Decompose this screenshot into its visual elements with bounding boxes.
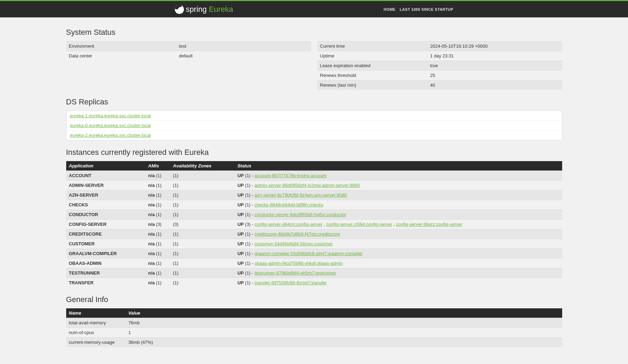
instance-row: CUSTOMERn/a (1)(1)UP (1) - customer-5449… xyxy=(66,239,562,249)
instance-link[interactable]: account-667f77478b-knqhx:account xyxy=(255,173,327,178)
instance-amis: n/a (1) xyxy=(145,278,170,288)
nav-links: HOME LAST 1000 SINCE STARTUP xyxy=(383,7,453,11)
general-info-row: total-avail-memory76mb xyxy=(66,318,562,328)
replica-item: eureka-1.eureka.eureka.svc.cluster.local xyxy=(67,111,562,121)
instance-link[interactable]: admin-server-86d9956df4-lv2mw:admin-serv… xyxy=(255,183,360,188)
instance-app-name: AZN-SERVER xyxy=(66,190,146,200)
instance-status: UP (1) - azn-server-6c79bfcfbf-6z4wn:azn… xyxy=(235,190,562,200)
instance-row: CHECKSn/a (1)(1)UP (1) - checks-8648cb64… xyxy=(66,200,562,210)
general-info-row: current-memory-usage36mb (47%) xyxy=(66,338,562,347)
instance-status: UP (1) - creditscore-6bb6b7d6b9-f47ws:cr… xyxy=(235,229,562,239)
system-status-key: Lease expiration enabled xyxy=(317,61,427,71)
instance-link[interactable]: checks-8648cb64dd-b8f8h:checks xyxy=(255,202,323,207)
system-status-key: Uptime xyxy=(317,51,427,61)
system-status-row: Renews (last min)40 xyxy=(317,80,562,90)
nav-last1000-link[interactable]: LAST 1000 SINCE STARTUP xyxy=(400,7,453,11)
instance-row: GRAALVM-COMPILERn/a (1)(1)UP (1) - graal… xyxy=(66,249,562,259)
instance-status: UP (1) - obaas-admin-f4cd75b86-vhkdl:oba… xyxy=(235,259,562,268)
instance-az: (1) xyxy=(170,171,235,181)
instance-status: UP (1) - admin-server-86d9956df4-lv2mw:a… xyxy=(235,181,562,190)
general-info-name: total-avail-memory xyxy=(66,318,126,328)
replica-item: eureka-0.eureka.eureka.svc.cluster.local xyxy=(67,121,562,130)
system-status-row: Current time2024-05-10T16:10:29 +0000 xyxy=(317,41,562,51)
general-info-row: num-of-cpus1 xyxy=(66,328,562,338)
instance-link[interactable]: conductor-server-6dcdff65b6-hqt5x:conduc… xyxy=(255,212,346,217)
instance-link[interactable]: config-server-zj584:config-server xyxy=(326,222,392,227)
col-header-amis: AMIs xyxy=(145,161,170,171)
system-status-value: default xyxy=(176,51,311,61)
nav-home-link[interactable]: HOME xyxy=(383,7,395,11)
system-status-row: Lease expiration enabledtrue xyxy=(317,61,562,71)
col-header-name: Name xyxy=(66,308,126,318)
col-header-value: Value xyxy=(125,308,562,318)
navbar: spring Eureka HOME LAST 1000 SINCE START… xyxy=(0,1,628,17)
system-status-row: Environmenttest xyxy=(66,41,311,51)
system-status-value: 40 xyxy=(427,80,562,90)
col-header-availability-zones: Availability Zones xyxy=(170,161,235,171)
instance-row: TRANSFERn/a (1)(1)UP (1) - transfer-6975… xyxy=(66,278,562,288)
instance-amis: n/a (3) xyxy=(145,220,170,229)
instance-amis: n/a (1) xyxy=(145,200,170,210)
instance-link[interactable]: obaas-admin-f4cd75b86-vhkdl:obaas-admin xyxy=(255,261,343,266)
instance-amis: n/a (1) xyxy=(145,259,170,268)
instance-az: (1) xyxy=(170,210,235,220)
instance-az: (1) xyxy=(170,249,235,259)
instance-az: (1) xyxy=(170,190,235,200)
instance-link[interactable]: config-server-l8wzz:config-server xyxy=(396,222,463,227)
instance-link[interactable]: creditscore-6bb6b7d6b9-f47ws:creditscore xyxy=(255,231,340,237)
system-status-right-table: Current time2024-05-10T16:10:29 +0000Upt… xyxy=(317,41,562,90)
instance-az: (3) xyxy=(170,220,235,229)
replica-link[interactable]: eureka-2.eureka.eureka.svc.cluster.local xyxy=(70,133,151,138)
instance-app-name: ACCOUNT xyxy=(66,171,146,181)
brand-logo[interactable]: spring Eureka xyxy=(175,5,233,14)
heading-ds-replicas: DS Replicas xyxy=(66,97,562,106)
general-info-name: num-of-cpus xyxy=(66,328,126,338)
instance-row: CONFIG-SERVERn/a (3)(3)UP (3) - config-s… xyxy=(66,220,562,229)
instance-row: ADMIN-SERVERn/a (1)(1)UP (1) - admin-ser… xyxy=(66,181,562,190)
instance-row: CONDUCTORn/a (1)(1)UP (1) - conductor-se… xyxy=(66,210,562,220)
general-info-value: 76mb xyxy=(125,318,562,328)
instance-app-name: OBAAS-ADMIN xyxy=(66,259,146,268)
heading-instances: Instances currently registered with Eure… xyxy=(66,148,562,157)
instance-link[interactable]: customer-5449fd4b84-58zws:customer xyxy=(255,241,333,246)
general-info-table: Name Value total-avail-memory76mbnum-of-… xyxy=(66,308,562,347)
brand-spring-text: spring xyxy=(186,5,207,14)
instance-status: UP (3) - config-server-q64rm:config-serv… xyxy=(235,220,562,229)
instance-az: (1) xyxy=(170,239,235,249)
instance-app-name: CONFIG-SERVER xyxy=(66,220,146,229)
instance-app-name: TRANSFER xyxy=(66,278,146,288)
replica-item: eureka-2.eureka.eureka.svc.cluster.local xyxy=(67,130,562,140)
spring-leaf-icon xyxy=(175,5,184,14)
instance-az: (1) xyxy=(170,181,235,190)
instance-status: UP (1) - customer-5449fd4b84-58zws:custo… xyxy=(235,239,562,249)
instance-app-name: GRAALVM-COMPILER xyxy=(66,249,146,259)
instance-status: UP (1) - transfer-697559fc69-8zmd7:trans… xyxy=(235,278,562,288)
instance-status: UP (1) - testrunner-67969dfdf4-ph5m7:tes… xyxy=(235,268,562,278)
instance-link[interactable]: transfer-697559fc69-8zmd7:transfer xyxy=(255,280,327,285)
system-status-left-table: EnvironmenttestData centerdefault xyxy=(66,41,311,61)
brand-eureka-text: Eureka xyxy=(209,5,233,14)
instance-row: CREDITSCOREn/a (1)(1)UP (1) - creditscor… xyxy=(66,229,562,239)
instance-app-name: CUSTOMER xyxy=(66,239,146,249)
heading-system-status: System Status xyxy=(66,28,562,37)
instance-amis: n/a (1) xyxy=(145,190,170,200)
system-status-value: 1 day 23:31 xyxy=(427,51,562,61)
instance-amis: n/a (1) xyxy=(145,268,170,278)
col-header-application: Application xyxy=(66,161,146,171)
instance-amis: n/a (1) xyxy=(145,181,170,190)
instance-link[interactable]: testrunner-67969dfdf4-ph5m7:testrunner xyxy=(255,270,336,276)
instance-link[interactable]: azn-server-6c79bfcfbf-6z4wn:azn-server:8… xyxy=(255,192,347,198)
instance-app-name: TESTRUNNER xyxy=(66,268,146,278)
system-status-key: Current time xyxy=(317,41,427,51)
replica-link[interactable]: eureka-1.eureka.eureka.svc.cluster.local xyxy=(70,113,151,118)
system-status-key: Renews (last min) xyxy=(317,80,427,90)
instance-amis: n/a (1) xyxy=(145,249,170,259)
instance-link[interactable]: graalvm-compiler-55d58bbfc9-slmj7:graalv… xyxy=(255,251,363,256)
replica-link[interactable]: eureka-0.eureka.eureka.svc.cluster.local xyxy=(70,123,151,128)
instance-link[interactable]: config-server-q64rm:config-server xyxy=(255,222,323,227)
instance-status: UP (1) - conductor-server-6dcdff65b6-hqt… xyxy=(235,210,562,220)
instance-app-name: CONDUCTOR xyxy=(66,210,146,220)
instance-row: AZN-SERVERn/a (1)(1)UP (1) - azn-server-… xyxy=(66,190,562,200)
instance-az: (1) xyxy=(170,268,235,278)
general-info-name: current-memory-usage xyxy=(66,338,126,347)
